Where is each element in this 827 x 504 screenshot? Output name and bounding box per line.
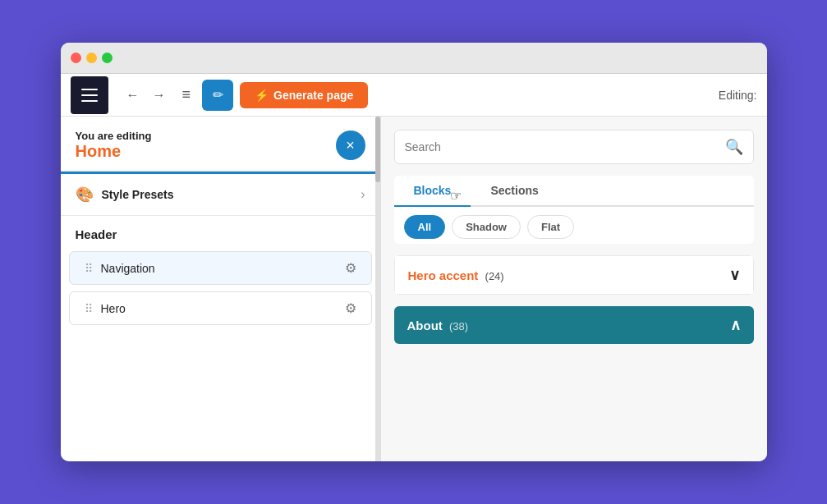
editing-label: Editing: xyxy=(719,89,757,102)
accordion-hero-accent-label: Hero accent (24) xyxy=(408,268,729,282)
main-content: You are editing Home × 🎨 Style Presets ›… xyxy=(61,117,767,461)
chevron-right-icon: › xyxy=(361,187,365,202)
header-section-label: Header xyxy=(61,216,380,248)
hamburger-button[interactable] xyxy=(71,76,108,114)
close-editing-button[interactable]: × xyxy=(336,131,365,160)
search-bar: 🔍 xyxy=(394,130,754,164)
generate-btn-label: Generate page xyxy=(273,89,353,102)
hero-block-name: Hero xyxy=(101,302,345,315)
tabs-container: Blocks Sections ☞ All Shadow Flat xyxy=(394,176,754,244)
editing-info-text: You are editing Home xyxy=(76,130,152,161)
about-count: (38) xyxy=(449,320,468,332)
filter-pills: All Shadow Flat xyxy=(394,207,754,244)
accordion-hero-accent: Hero accent (24) ∨ xyxy=(394,255,754,295)
menu-button[interactable]: ≡ xyxy=(177,83,196,107)
ai-icon: ⚡ xyxy=(255,89,269,102)
chevron-down-icon-hero: ∨ xyxy=(729,266,740,284)
hero-accent-name: Hero accent xyxy=(408,268,479,282)
cursor-hand-icon: ☞ xyxy=(450,188,462,204)
search-icon: 🔍 xyxy=(725,138,743,156)
generate-page-button[interactable]: ⚡ Generate page xyxy=(240,82,368,108)
nav-arrows: ← → xyxy=(122,85,171,106)
close-traffic-light[interactable] xyxy=(71,53,81,63)
maximize-traffic-light[interactable] xyxy=(102,53,113,63)
filter-flat-pill[interactable]: Flat xyxy=(527,215,574,239)
scroll-thumb[interactable] xyxy=(375,117,380,182)
scroll-indicator xyxy=(375,117,380,461)
accordion-about-label: About (38) xyxy=(407,318,730,332)
you-are-editing-label: You are editing xyxy=(76,130,152,142)
gear-icon-navigation[interactable]: ⚙ xyxy=(345,260,356,276)
about-name: About xyxy=(407,318,443,332)
navigation-block-item[interactable]: ⠿ Navigation ⚙ xyxy=(69,251,372,285)
back-button[interactable]: ← xyxy=(122,85,145,106)
style-presets-label: Style Presets xyxy=(102,188,361,201)
accordion-hero-accent-header[interactable]: Hero accent (24) ∨ xyxy=(394,255,754,295)
chevron-up-icon-about: ∧ xyxy=(730,316,741,334)
hero-block-item[interactable]: ⠿ Hero ⚙ xyxy=(69,291,372,325)
filter-shadow-pill[interactable]: Shadow xyxy=(452,215,521,239)
drag-icon-hero: ⠿ xyxy=(85,302,93,315)
left-panel: You are editing Home × 🎨 Style Presets ›… xyxy=(61,117,381,461)
hero-accent-count: (24) xyxy=(485,270,504,282)
filter-all-pill[interactable]: All xyxy=(404,215,446,239)
search-input[interactable] xyxy=(405,140,725,153)
hamburger-line-1 xyxy=(81,89,98,90)
title-bar xyxy=(61,43,767,74)
right-panel: 🔍 Blocks Sections ☞ All Shadow F xyxy=(381,117,767,461)
forward-button[interactable]: → xyxy=(148,85,171,106)
page-name-label: Home xyxy=(76,142,152,161)
gear-icon-hero[interactable]: ⚙ xyxy=(345,300,356,316)
hamburger-line-2 xyxy=(81,94,98,96)
accordion-about-header[interactable]: About (38) ∧ xyxy=(394,306,754,344)
toolbar: ← → ≡ ✏ ⚡ Generate page Editing: xyxy=(61,74,767,117)
drag-icon-navigation: ⠿ xyxy=(85,262,93,275)
tab-sections[interactable]: Sections xyxy=(471,176,558,205)
palette-icon: 🎨 xyxy=(76,186,94,204)
accordion-about: About (38) ∧ xyxy=(394,306,754,344)
tabs-row: Blocks Sections ☞ xyxy=(394,176,754,207)
hamburger-line-3 xyxy=(81,100,98,102)
navigation-block-name: Navigation xyxy=(101,262,345,275)
editing-info: You are editing Home × xyxy=(61,117,380,172)
style-presets-row[interactable]: 🎨 Style Presets › xyxy=(61,174,380,216)
browser-window: ← → ≡ ✏ ⚡ Generate page Editing: You are… xyxy=(61,43,767,461)
edit-button[interactable]: ✏ xyxy=(202,80,233,111)
edit-icon: ✏ xyxy=(213,87,223,103)
minimize-traffic-light[interactable] xyxy=(86,53,97,63)
traffic-lights xyxy=(71,53,113,63)
